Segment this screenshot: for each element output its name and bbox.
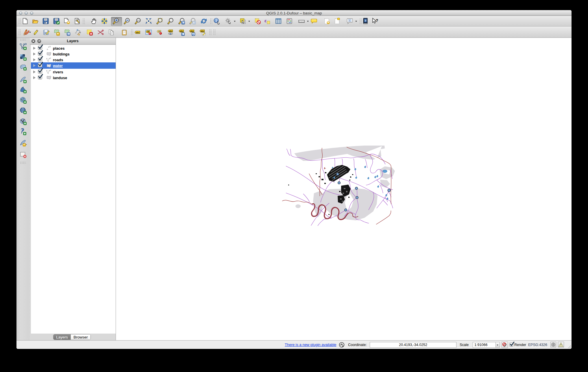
svg-text:T: T xyxy=(349,19,351,22)
svg-text:?: ? xyxy=(376,18,378,23)
svg-text:1:1: 1:1 xyxy=(137,19,140,21)
svg-text:i: i xyxy=(216,18,217,23)
svg-text:?: ? xyxy=(365,19,366,22)
svg-text:ε: ε xyxy=(265,18,267,23)
